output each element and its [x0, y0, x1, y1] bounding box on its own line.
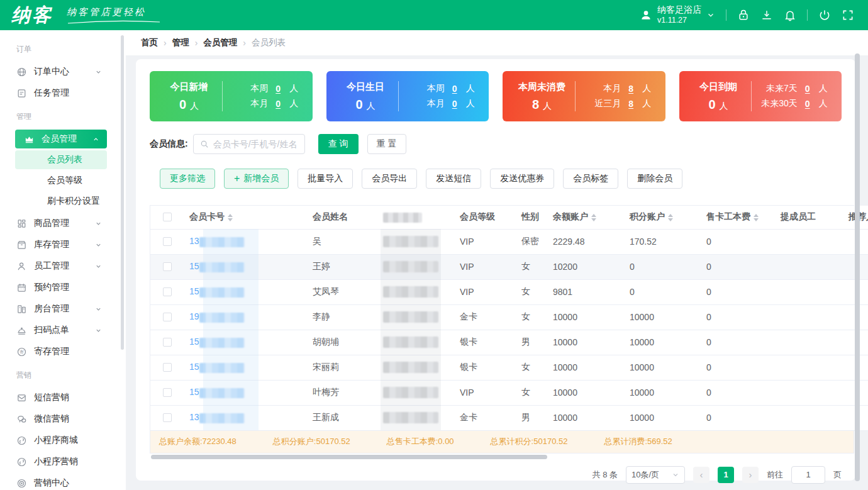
sidebar-item[interactable]: 库存管理: [0, 234, 126, 255]
stat-row-value-link[interactable]: 0: [451, 84, 459, 94]
sidebar-item[interactable]: 营销中心: [0, 472, 126, 490]
stat-row-value-link[interactable]: 8: [627, 84, 635, 94]
sidebar-item-label: 商品管理: [34, 218, 69, 229]
cell-level: VIP: [455, 254, 516, 279]
row-checkbox[interactable]: [163, 388, 172, 397]
download-icon[interactable]: [760, 9, 773, 21]
sidebar-item[interactable]: 短信营销: [0, 387, 126, 408]
toolbar-button[interactable]: 发送优惠券: [490, 169, 554, 189]
breadcrumb-item[interactable]: 会员管理: [203, 37, 237, 48]
column-header-fee[interactable]: 售卡工本费: [701, 206, 776, 229]
sidebar-item[interactable]: 小程序商城: [0, 430, 126, 451]
user-menu[interactable]: 纳客足浴店 v1.11.27: [640, 4, 715, 25]
toolbar-button[interactable]: 发送短信: [426, 169, 481, 189]
goto-page-input[interactable]: [791, 466, 825, 484]
card-number-link[interactable]: 15: [189, 362, 199, 372]
stat-value-number: 0: [708, 97, 715, 111]
stat-row-label: 本周: [407, 83, 445, 94]
card-number-link[interactable]: 15: [189, 387, 199, 397]
row-checkbox[interactable]: [163, 262, 172, 271]
page-number-button[interactable]: 1: [718, 467, 734, 483]
column-header-points[interactable]: 积分账户: [625, 206, 701, 229]
page-size-select[interactable]: 10条/页: [626, 466, 685, 484]
card-number-link[interactable]: 13: [189, 236, 199, 246]
sidebar-item[interactable]: 订单中心: [0, 61, 126, 82]
card-number-link[interactable]: 15: [189, 337, 199, 347]
fullscreen-icon[interactable]: [842, 9, 854, 21]
column-header-phone: [378, 206, 455, 229]
sidebar-scrollbar[interactable]: [121, 35, 124, 350]
sidebar-item[interactable]: 预约管理: [0, 277, 126, 298]
sidebar-subitem[interactable]: 会员等级: [15, 171, 107, 190]
bell-icon[interactable]: [784, 9, 796, 21]
column-header-balance[interactable]: 余额账户: [548, 206, 625, 229]
stat-row-value-link[interactable]: 8: [627, 99, 635, 109]
stat-row-value-link[interactable]: 0: [804, 99, 811, 109]
sidebar-item[interactable]: 任务管理: [0, 82, 126, 104]
row-checkbox[interactable]: [163, 338, 172, 347]
stat-row-value-link[interactable]: 0: [274, 99, 282, 109]
card-number-link[interactable]: 15: [189, 286, 199, 296]
store-name: 纳客足浴店: [657, 4, 701, 16]
summary-item: 总账户余额:72230.48: [159, 436, 236, 447]
sidebar-item[interactable]: 微信营销: [0, 408, 126, 430]
sidebar-item[interactable]: 寄寄存管理: [0, 341, 126, 362]
sidebar-item-label: 订单中心: [34, 66, 69, 77]
power-icon[interactable]: [818, 9, 831, 21]
sidebar-subitem[interactable]: 会员列表: [15, 150, 107, 169]
column-header-card[interactable]: 会员卡号: [184, 206, 308, 229]
breadcrumb-item[interactable]: 首页: [141, 37, 158, 48]
search-input[interactable]: [213, 139, 298, 149]
toolbar: 更多筛选+新增会员批量导入会员导出发送短信发送优惠券会员标签删除会员: [160, 169, 842, 189]
row-checkbox[interactable]: [163, 363, 172, 372]
divider: [726, 9, 726, 21]
toolbar-button[interactable]: +新增会员: [224, 169, 289, 189]
row-checkbox[interactable]: [163, 287, 172, 296]
cell-gender: 女: [516, 279, 548, 304]
sort-icon[interactable]: [754, 214, 759, 221]
card-number-link[interactable]: 15: [189, 261, 199, 271]
sidebar-item[interactable]: 小程序营销: [0, 451, 126, 472]
cell-balance: 10000: [548, 304, 625, 330]
table-row: 15艾凤琴VIP女980100: [150, 279, 868, 304]
sort-icon[interactable]: [228, 214, 233, 221]
breadcrumb-item[interactable]: 管理: [172, 37, 189, 48]
cell-card-number: 15: [184, 380, 308, 405]
cell-phone: [378, 279, 455, 304]
horizontal-scrollbar-thumb[interactable]: [151, 455, 547, 459]
sidebar-item[interactable]: 员工管理: [0, 255, 126, 277]
toolbar-button[interactable]: 更多筛选: [160, 169, 215, 189]
select-all-checkbox[interactable]: [163, 213, 172, 221]
toolbar-button[interactable]: 删除会员: [627, 169, 682, 189]
toolbar-button[interactable]: 批量导入: [298, 169, 353, 189]
next-page-button[interactable]: ›: [742, 467, 759, 483]
card-number-link[interactable]: 13: [189, 412, 199, 422]
blurred-phone: [383, 337, 438, 348]
sidebar-item[interactable]: 扫码点单: [0, 320, 126, 341]
sidebar-subitem[interactable]: 刷卡积分设置: [15, 192, 107, 211]
row-checkbox[interactable]: [163, 237, 172, 246]
sidebar-item[interactable]: 会员管理: [15, 130, 107, 148]
card-number-link[interactable]: 19: [189, 311, 199, 321]
reset-button[interactable]: 重 置: [367, 134, 406, 154]
cell-points: 10000: [625, 405, 701, 430]
page-unit-label: 页: [833, 469, 842, 481]
stat-row-value-link[interactable]: 0: [274, 84, 282, 94]
stat-row-value-link[interactable]: 0: [804, 84, 811, 94]
sort-icon[interactable]: [591, 214, 596, 221]
sort-icon[interactable]: [668, 214, 673, 221]
lock-icon[interactable]: [737, 9, 750, 21]
stat-row-value-link[interactable]: 0: [451, 99, 459, 109]
row-checkbox[interactable]: [163, 413, 172, 422]
chevron-right-icon: ›: [749, 469, 752, 480]
query-button[interactable]: 查 询: [318, 134, 359, 154]
prev-page-button[interactable]: ‹: [693, 467, 709, 483]
toolbar-button[interactable]: 会员导出: [362, 169, 417, 189]
row-checkbox[interactable]: [163, 313, 172, 321]
column-header-name: 会员姓名: [308, 206, 378, 229]
sidebar-item[interactable]: 商品管理: [0, 213, 126, 234]
cell-card-fee: 0: [701, 405, 776, 430]
sidebar-item[interactable]: 房台管理: [0, 298, 126, 320]
toolbar-button[interactable]: 会员标签: [563, 169, 618, 189]
vertical-scrollbar[interactable]: [855, 53, 860, 481]
